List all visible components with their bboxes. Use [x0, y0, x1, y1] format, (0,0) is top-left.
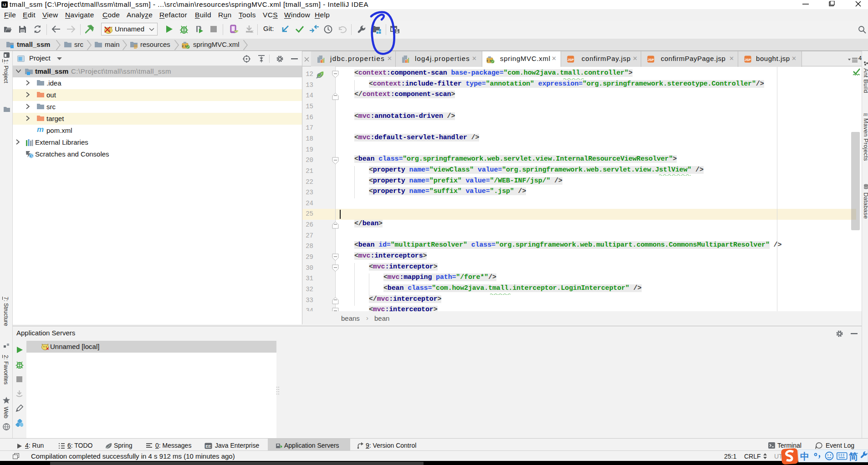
svg-text:JSP: JSP [567, 58, 574, 62]
svg-text:m: m [863, 111, 868, 116]
svg-text:JSP: JSP [745, 58, 751, 62]
svg-text:IJ: IJ [3, 3, 7, 7]
svg-text:EE: EE [205, 444, 211, 449]
svg-text:JSP: JSP [648, 58, 654, 62]
